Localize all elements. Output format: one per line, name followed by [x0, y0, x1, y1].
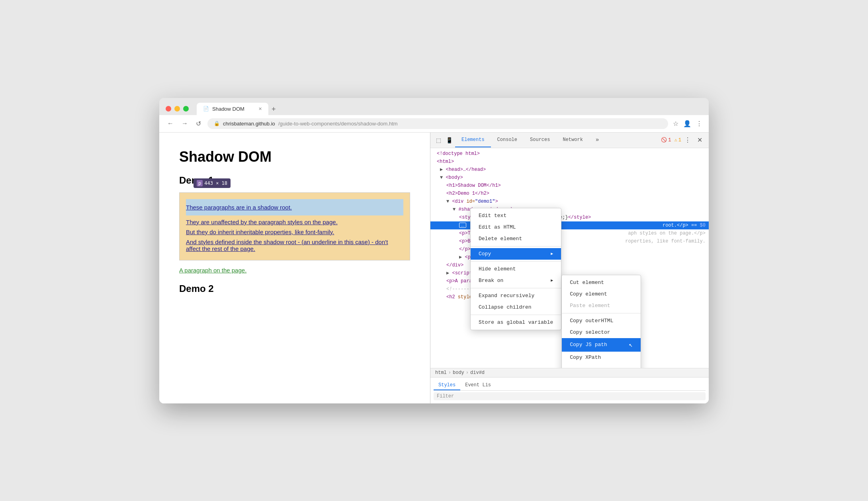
submenu-outer-html[interactable]: Copy outerHTML [562, 315, 641, 327]
outside-paragraph: A paragraph on the page. [179, 267, 410, 274]
dom-h1[interactable]: <h1>Shadow DOM</h1> [430, 182, 709, 190]
dom-tree[interactable]: <!doctype html> <html> ▶ <head>…</head> … [430, 148, 709, 368]
tab-sources[interactable]: Sources [524, 133, 556, 147]
div-triangle[interactable]: ▼ [446, 199, 449, 204]
menu-item-copy[interactable]: Copy ▶ [471, 248, 561, 260]
tab-event-listeners[interactable]: Event Lis [460, 381, 496, 390]
menu-item-break[interactable]: Break on ▶ [471, 275, 561, 286]
menu-button[interactable]: ⋮ [696, 120, 702, 127]
url-bar[interactable]: 🔒 chrisbateman.github.io /guide-to-web-c… [207, 118, 668, 129]
submenu-paste: Paste element [562, 300, 641, 311]
warn-icon: ⚠ [674, 137, 677, 143]
dom-doctype: <!doctype html> [430, 150, 709, 158]
lock-icon: 🔒 [214, 121, 220, 126]
menu-divider-4 [471, 315, 561, 315]
context-menu-container: Edit text Edit as HTML Delete element Co… [470, 208, 641, 330]
h1-tag: <h1>Shadow DOM</h1> [446, 183, 501, 188]
menu-item-hide[interactable]: Hide element [471, 263, 561, 275]
dom-body[interactable]: ▼ <body> [430, 174, 709, 182]
submenu-divider [562, 313, 641, 313]
menu-item-store[interactable]: Store as global variable [471, 317, 561, 328]
dom-html[interactable]: <html> [430, 158, 709, 166]
ellipsis-button[interactable]: … [459, 223, 466, 228]
tooltip-size: 443 × 18 [204, 180, 227, 186]
p-triangle[interactable]: ▶ [459, 254, 462, 260]
styles-tabs: Styles Event Lis [434, 381, 706, 391]
url-path: /guide-to-web-components/demos/shadow-do… [278, 121, 398, 127]
styles-filter[interactable]: Filter [434, 392, 706, 400]
shadow-triangle[interactable]: ▼ [453, 207, 456, 212]
dom-head[interactable]: ▶ <head>…</head> [430, 166, 709, 174]
element-tooltip: p 443 × 18 [194, 178, 231, 188]
warn-count: ⚠ 1 [674, 137, 681, 143]
head-tag: <head>…</head> [446, 167, 486, 172]
shadow-para-1: These paragraphs are in a shadow root. [186, 202, 403, 212]
maximize-button[interactable] [183, 106, 189, 112]
menu-item-edit-text[interactable]: Edit text [471, 210, 561, 221]
submenu-cut[interactable]: Cut element [562, 277, 641, 288]
url-domain: chrisbateman.github.io [223, 121, 275, 127]
tab-close-button[interactable]: ✕ [258, 106, 262, 112]
cursor-indicator: ↖ [629, 341, 633, 349]
menu-divider-3 [471, 288, 561, 288]
shadow-demo-box: These paragraphs are in a shadow root. T… [179, 192, 410, 260]
body-triangle[interactable]: ▼ [440, 175, 443, 180]
page-title: Shadow DOM [179, 149, 410, 165]
devtools-settings-icon[interactable]: ⋮ [681, 135, 694, 145]
new-tab-button[interactable]: + [268, 104, 279, 115]
devtools-tabs: ⬚ 📱 Elements Console Sources Network » 🚫… [430, 133, 709, 148]
menu-item-collapse[interactable]: Collapse children [471, 301, 561, 313]
break-submenu-arrow: ▶ [551, 278, 553, 283]
h2-tag: <h2>Demo 1</h2> [446, 191, 489, 196]
doctype-text: <!doctype html> [437, 151, 480, 157]
html-tag: <html> [437, 159, 454, 164]
inspector-icon[interactable]: ⬚ [434, 134, 444, 147]
address-bar: ← → ↺ 🔒 chrisbateman.github.io /guide-to… [159, 115, 709, 133]
bookmark-button[interactable]: ☆ [673, 120, 678, 127]
shadow-para-3: But they do inherit inheritable properti… [186, 227, 403, 237]
breadcrumb-html[interactable]: html [435, 370, 447, 376]
copy-label: Copy [479, 251, 491, 257]
menu-item-expand[interactable]: Expand recursively [471, 290, 561, 301]
dom-breadcrumb: html › body › div#d [430, 368, 709, 377]
device-toolbar-icon[interactable]: 📱 [444, 134, 455, 147]
copy-submenu-arrow: ▶ [551, 251, 553, 256]
dom-div[interactable]: ▼ <div id="demo1"> [430, 198, 709, 205]
menu-item-edit-html[interactable]: Edit as HTML [471, 221, 561, 233]
submenu-copy-element[interactable]: Copy element [562, 288, 641, 300]
shadow-selected-para: These paragraphs are in a shadow root. [186, 199, 403, 215]
devtools-errors: 🚫 1 ⚠ 1 [661, 137, 681, 143]
close-button[interactable] [166, 106, 171, 112]
breadcrumb-body[interactable]: body [453, 370, 464, 376]
browser-tab[interactable]: 📄 Shadow DOM ✕ [197, 103, 268, 115]
devtools-close-button[interactable]: ✕ [694, 135, 706, 145]
submenu-js-path[interactable]: Copy JS path ↖ [562, 338, 641, 352]
tab-more[interactable]: » [589, 133, 605, 148]
context-menu[interactable]: Edit text Edit as HTML Delete element Co… [470, 208, 561, 330]
traffic-lights [166, 106, 189, 112]
copy-submenu[interactable]: Cut element Copy element Paste element C… [561, 275, 641, 368]
script-triangle[interactable]: ▶ [446, 270, 449, 276]
breadcrumb-div[interactable]: div#d [470, 370, 485, 376]
avatar-button[interactable]: 👤 [683, 120, 691, 127]
minimize-button[interactable] [174, 106, 180, 112]
tab-elements[interactable]: Elements [455, 133, 491, 147]
menu-item-delete[interactable]: Delete element [471, 233, 561, 245]
tooltip-tag: p [197, 180, 203, 186]
reload-button[interactable]: ↺ [194, 118, 203, 129]
submenu-selector[interactable]: Copy selector [562, 327, 641, 338]
filter-label: Filter [437, 393, 454, 399]
back-button[interactable]: ← [166, 118, 175, 129]
dom-h2[interactable]: <h2>Demo 1</h2> [430, 190, 709, 198]
browser-window: 📄 Shadow DOM ✕ + ← → ↺ 🔒 chrisbateman.gi… [159, 98, 709, 403]
devtools-panel: ⬚ 📱 Elements Console Sources Network » 🚫… [430, 133, 709, 403]
error-count: 🚫 1 [661, 137, 671, 143]
tab-styles[interactable]: Styles [434, 381, 460, 390]
body-tag: <body> [446, 175, 463, 180]
tab-network[interactable]: Network [556, 133, 589, 147]
menu-divider-2 [471, 261, 561, 262]
head-triangle[interactable]: ▶ [440, 167, 443, 172]
submenu-xpath[interactable]: Copy XPath [562, 352, 641, 363]
forward-button[interactable]: → [180, 118, 190, 129]
tab-console[interactable]: Console [491, 133, 524, 147]
